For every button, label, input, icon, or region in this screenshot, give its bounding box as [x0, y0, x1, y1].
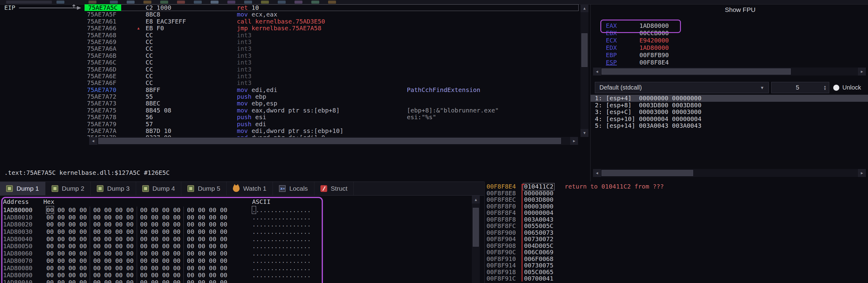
- stack-row[interactable]: 00F8F91C00700041: [485, 275, 868, 282]
- disasm-row[interactable]: 75AE7A7A8B7D 10mov edi,dword ptr ss:[ebp…: [0, 128, 590, 134]
- scroll-thumb[interactable]: [98, 138, 561, 144]
- stack-row[interactable]: 00F8F910006F0068: [485, 256, 868, 262]
- register-row-eax[interactable]: EAX1AD80000: [606, 22, 669, 29]
- registers-scrollbar-horizontal[interactable]: ◀ ▶: [593, 67, 866, 76]
- disasm-row[interactable]: 75AE7A69CCint3: [0, 38, 590, 45]
- disasm-scrollbar-horizontal[interactable]: ◀ ▶: [89, 137, 578, 145]
- disasm-scrollbar-vertical[interactable]: ▲ ▼: [581, 4, 588, 137]
- disasm-row[interactable]: 75AE7A758B45 08mov eax,dword ptr ss:[ebp…: [0, 107, 590, 114]
- stack-arg-row[interactable]: 2: [esp+8] 0003D800 0003D800: [591, 102, 868, 109]
- dump-row[interactable]: 1AD8005000 00 00 0000 00 00 0000 00 00 0…: [0, 243, 472, 250]
- stack-arg-row[interactable]: 5: [esp+14] 003A0043 003A0043: [591, 122, 868, 129]
- tab-dump-3[interactable]: Dump 3: [91, 182, 136, 195]
- argument-depth-spinner[interactable]: 5 ▲▼: [771, 82, 829, 93]
- dump-row[interactable]: 1AD8007000 00 00 0000 00 00 0000 00 00 0…: [0, 257, 472, 265]
- stack-row[interactable]: 00F8F918005C0065: [485, 269, 868, 276]
- spinner-down-icon[interactable]: ▼: [824, 88, 827, 90]
- tab-dump-2[interactable]: Dump 2: [45, 182, 91, 195]
- tab-dump-1[interactable]: Dump 1: [0, 182, 45, 195]
- show-fpu-button[interactable]: Show FPU: [725, 6, 755, 13]
- unlock-toggle[interactable]: Unlock: [833, 82, 868, 93]
- dump-scrollbar-vertical[interactable]: ▲: [472, 196, 480, 283]
- scroll-right-icon[interactable]: ▶: [858, 169, 866, 177]
- tab-struct[interactable]: Struct: [314, 182, 354, 195]
- tab-watch-1[interactable]: Watch 1: [227, 182, 273, 195]
- stack-row[interactable]: 00F8F8F000003000: [485, 203, 868, 210]
- scroll-up-icon[interactable]: ▲: [581, 4, 588, 12]
- tab-dump-4[interactable]: Dump 4: [136, 182, 182, 195]
- dump-row[interactable]: 1AD8009000 00 00 0000 00 00 0000 00 00 0…: [0, 272, 472, 279]
- disasm-row[interactable]: 75AE7A6FCCint3: [0, 80, 590, 86]
- register-row-esp[interactable]: ESP00F8F8E4: [606, 59, 669, 66]
- scroll-thumb[interactable]: [473, 208, 479, 247]
- hex-group: 00 00 00 00: [184, 206, 230, 214]
- dump-row[interactable]: 1AD8004000 00 00 0000 00 00 0000 00 00 0…: [0, 236, 472, 243]
- dump-pane[interactable]: Address Hex ASCII 1AD8000000 00 00 0000 …: [0, 196, 472, 283]
- stack-row[interactable]: 00F8F8F400000004: [485, 210, 868, 216]
- hex-group: 00 00 00 00: [184, 279, 230, 283]
- dump-row[interactable]: 1AD8003000 00 00 0000 00 00 0000 00 00 0…: [0, 228, 472, 236]
- dump-ascii-cell: ................: [252, 214, 311, 221]
- stack-row[interactable]: 00F8F908004D005C: [485, 243, 868, 249]
- scroll-thumb[interactable]: [601, 68, 791, 75]
- disasm-row[interactable]: 75AE7A708BFFmov edi,ediPathCchFindExtens…: [0, 86, 590, 93]
- scroll-up-icon[interactable]: ▲: [472, 196, 480, 203]
- calling-convention-select[interactable]: Default (stdcall) ▼: [595, 82, 769, 93]
- scroll-down-icon[interactable]: ▼: [581, 129, 588, 137]
- register-row-ecx[interactable]: ECXE9420000: [606, 37, 669, 44]
- stack-row[interactable]: 00F8F8E800000000: [485, 190, 868, 197]
- stack-pane[interactable]: 00F8F8E4010411C2return to 010411C2 from …: [484, 181, 868, 283]
- register-row-ebp[interactable]: EBP00F8FB90: [606, 51, 669, 59]
- stack-arg-row[interactable]: 4: [esp+10] 00000004 00000004: [591, 115, 868, 122]
- scroll-thumb[interactable]: [581, 33, 588, 67]
- scroll-left-icon[interactable]: ◀: [89, 137, 97, 145]
- disasm-row[interactable]: 75AE7A66▲EB F0jmp kernelbase.75AE7A58: [0, 25, 590, 31]
- register-row-edx[interactable]: EDX1AD80000: [606, 44, 669, 51]
- stack-row[interactable]: 00F8F90C006C0069: [485, 249, 868, 256]
- scroll-thumb[interactable]: [601, 170, 693, 176]
- dump-row[interactable]: 1AD8006000 00 00 0000 00 00 0000 00 00 0…: [0, 250, 472, 257]
- disasm-row[interactable]: 75AE7A5CC2 1000ret 10: [0, 4, 590, 11]
- stack-row[interactable]: 00F8F8FC0055005C: [485, 223, 868, 229]
- hex-group: 00 00 00 00: [184, 250, 230, 257]
- dump-row[interactable]: 1AD8001000 00 00 0000 00 00 0000 00 00 0…: [0, 214, 472, 221]
- disasm-row[interactable]: 75AE7A61E8 EAC3FEFFcall kernelbase.75AD3…: [0, 18, 590, 25]
- dump-row[interactable]: 1AD800A000 00 00 0000 00 00 0000 00 00 0…: [0, 279, 472, 283]
- spinner-arrows[interactable]: ▲▼: [824, 85, 829, 90]
- arguments-scrollbar-horizontal[interactable]: ◀ ▶: [593, 169, 866, 177]
- disasm-row[interactable]: 75AE7A6BCCint3: [0, 52, 590, 59]
- stack-row[interactable]: 00F8F8EC0003D800: [485, 197, 868, 203]
- disassembly-pane[interactable]: EIP 75AE7A5CC2 1000ret 1075AE7A5F8BC8mov…: [0, 4, 590, 137]
- unlock-checkbox-icon[interactable]: [833, 85, 839, 91]
- stack-row[interactable]: 00F8F8F8003A0043: [485, 216, 868, 223]
- stack-arg-row[interactable]: 3: [esp+C] 00003000 00003000: [591, 109, 868, 115]
- disasm-row[interactable]: 75AE7A6ECCint3: [0, 73, 590, 80]
- stack-row[interactable]: 00F8F8E4010411C2return to 010411C2 from …: [485, 183, 868, 190]
- dump-row[interactable]: 1AD8002000 00 00 0000 00 00 0000 00 00 0…: [0, 221, 472, 228]
- disasm-row[interactable]: 75AE7A68CCint3: [0, 32, 590, 38]
- disasm-row[interactable]: 75AE7A738BECmov ebp,esp: [0, 100, 590, 107]
- tab-label: Dump 1: [17, 185, 39, 192]
- stack-row[interactable]: 00F8F91400730075: [485, 262, 868, 269]
- scroll-right-icon[interactable]: ▶: [570, 137, 578, 145]
- dump-row[interactable]: 1AD8000000 00 00 0000 00 00 0000 00 00 0…: [0, 206, 472, 214]
- disasm-row[interactable]: 75AE7A5F8BC8mov ecx,eax: [0, 11, 590, 18]
- disasm-row[interactable]: 75AE7A7957push edi: [0, 121, 590, 128]
- selected-byte[interactable]: 00: [46, 206, 54, 214]
- disasm-row[interactable]: 75AE7A7D8327 00and dword ptr ds:[edi],0: [0, 134, 590, 137]
- stack-row[interactable]: 00F8F90000650073: [485, 229, 868, 236]
- disasm-row[interactable]: 75AE7A6CCCint3: [0, 59, 590, 66]
- scroll-right-icon[interactable]: ▶: [858, 67, 866, 76]
- scroll-left-icon[interactable]: ◀: [593, 67, 601, 76]
- tab-locals[interactable]: Locals: [273, 182, 314, 195]
- disasm-row[interactable]: 75AE7A7255push ebp: [0, 93, 590, 100]
- stack-arg-row[interactable]: 1: [esp+4] 00000000 00000000: [591, 95, 868, 102]
- disasm-row[interactable]: 75AE7A7856push esiesi:"%s": [0, 114, 590, 120]
- scroll-left-icon[interactable]: ◀: [593, 169, 601, 177]
- register-row-ebx[interactable]: EBX00CCB000: [606, 29, 669, 37]
- disasm-row[interactable]: 75AE7A6DCCint3: [0, 66, 590, 73]
- tab-dump-5[interactable]: Dump 5: [181, 182, 227, 195]
- dump-row[interactable]: 1AD8008000 00 00 0000 00 00 0000 00 00 0…: [0, 265, 472, 272]
- disasm-row[interactable]: 75AE7A6ACCint3: [0, 45, 590, 52]
- stack-row[interactable]: 00F8F90400730072: [485, 236, 868, 243]
